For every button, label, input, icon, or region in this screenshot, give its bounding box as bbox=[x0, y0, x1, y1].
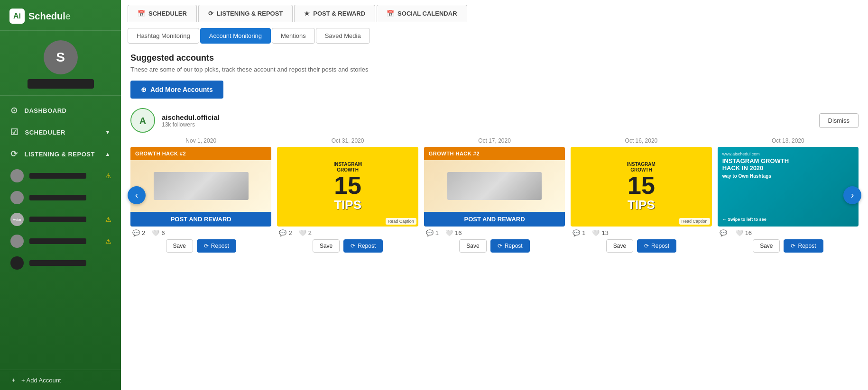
carousel-next-button[interactable]: › bbox=[843, 186, 861, 204]
sub-avatar-4 bbox=[10, 235, 24, 248]
post-date-5: Oct 13, 2020 bbox=[772, 137, 804, 144]
repost-icon-2: ⟳ bbox=[351, 243, 355, 249]
account-followers: 13k followers bbox=[162, 121, 813, 128]
post-img-title-5: INSTAGRAM GROWTHHACK IN 2020 bbox=[722, 157, 854, 172]
post-stats-3: 💬1 🤍16 bbox=[424, 229, 462, 236]
repost-button-1[interactable]: ⟳ Repost bbox=[197, 239, 236, 253]
tab-saved-media[interactable]: Saved Media bbox=[316, 28, 370, 44]
swipe-hint-5: ← Swipe to left to see bbox=[722, 217, 766, 222]
repost-button-2[interactable]: ⟳ Repost bbox=[343, 239, 383, 253]
post-date-2: Oct 31, 2020 bbox=[332, 137, 364, 144]
chevron-down-icon: ▼ bbox=[105, 129, 111, 135]
post-actions-2: Save ⟳ Repost bbox=[313, 239, 383, 253]
repost-icon-5: ⟳ bbox=[791, 243, 795, 249]
post-stats-1: 💬2 🤍6 bbox=[130, 229, 165, 236]
sub-name-1 bbox=[29, 173, 86, 179]
account-info: aischedul.official 13k followers bbox=[162, 113, 813, 128]
top-nav: 📅 SCHEDULER ⟳ LISTENING & REPOST ★ POST … bbox=[121, 0, 868, 22]
tab-scheduler[interactable]: 📅 SCHEDULER bbox=[128, 5, 197, 22]
repost-button-4[interactable]: ⟳ Repost bbox=[637, 239, 676, 253]
read-caption-4: Read Caption bbox=[679, 218, 710, 225]
post-actions-1: Save ⟳ Repost bbox=[166, 239, 236, 253]
sidebar-sub-account-1[interactable]: ⚠ bbox=[0, 165, 121, 187]
sidebar-item-label: SCHEDULER bbox=[25, 129, 65, 136]
repost-button-5[interactable]: ⟳ Repost bbox=[784, 239, 823, 253]
post-image-4: INSTAGRAMGROWTH 15 TIPS Read Caption bbox=[571, 147, 711, 227]
avatar: S bbox=[44, 40, 78, 74]
save-button-5[interactable]: Save bbox=[753, 239, 780, 253]
tab-post-reward[interactable]: ★ POST & REWARD bbox=[294, 5, 375, 22]
post-actions-5: Save ⟳ Repost bbox=[753, 239, 823, 253]
sidebar-item-label: DASHBOARD bbox=[25, 107, 67, 114]
add-account-label: + Add Account bbox=[21, 377, 61, 384]
comment-icon-3: 💬 bbox=[426, 229, 434, 236]
tab-mentions[interactable]: Mentions bbox=[272, 28, 315, 44]
ig-tips-label-2: TIPS bbox=[334, 198, 361, 212]
ig-tips-header-4: INSTAGRAMGROWTH bbox=[627, 162, 656, 173]
repost-nav-icon: ⟳ bbox=[208, 10, 213, 17]
ig-tips-num-2: 15 bbox=[334, 173, 361, 198]
comment-icon-4: 💬 bbox=[573, 229, 580, 236]
star-icon: ★ bbox=[304, 10, 310, 17]
sidebar-sub-account-4[interactable]: ⚠ bbox=[0, 230, 121, 252]
posts-carousel: ‹ Nov 1, 2020 GROWTH HACK #2 POST AND RE… bbox=[130, 137, 859, 253]
tab-listening[interactable]: ⟳ LISTENING & REPOST bbox=[198, 5, 293, 22]
mentions-tab-label: Mentions bbox=[281, 32, 306, 39]
profile-name bbox=[28, 79, 94, 89]
sidebar-profile: S bbox=[0, 31, 121, 96]
sidebar-item-scheduler[interactable]: ☑ SCHEDULER ▼ bbox=[0, 121, 121, 143]
tab-hashtag-monitoring[interactable]: Hashtag Monitoring bbox=[128, 28, 199, 44]
save-button-1[interactable]: Save bbox=[166, 239, 193, 253]
content-area: Suggested accounts These are some of our… bbox=[121, 44, 868, 390]
save-button-2[interactable]: Save bbox=[313, 239, 340, 253]
warning-icon-4: ⚠ bbox=[105, 237, 111, 245]
sidebar-item-dashboard[interactable]: ⊙ DASHBOARD bbox=[0, 100, 121, 121]
calendar-icon: 📅 bbox=[138, 10, 145, 17]
sub-name-5 bbox=[29, 260, 86, 266]
sub-name-4 bbox=[29, 238, 86, 244]
warning-icon-3: ⚠ bbox=[105, 216, 111, 223]
post-card-5: Oct 13, 2020 www.aischedul.com INSTAGRAM… bbox=[718, 137, 859, 253]
post-image-2: INSTAGRAMGROWTH 15 TIPS Read Caption bbox=[277, 147, 418, 227]
add-account-button[interactable]: ＋ + Add Account bbox=[0, 370, 121, 390]
sidebar-sub-account-3[interactable]: Avtar ⚠ bbox=[0, 209, 121, 230]
logo: Ai Schedule bbox=[0, 0, 121, 31]
dismiss-button[interactable]: Dismiss bbox=[819, 113, 859, 128]
repost-icon: ⟳ bbox=[10, 149, 18, 159]
repost-button-3[interactable]: ⟳ Repost bbox=[490, 239, 530, 253]
post-stats-5: 💬 🤍16 bbox=[718, 229, 752, 236]
save-button-4[interactable]: Save bbox=[606, 239, 633, 253]
tab-social-calendar-label: SOCIAL CALENDAR bbox=[397, 10, 457, 17]
account-tab-label: Account Monitoring bbox=[209, 32, 262, 39]
ig-tips-num-4: 15 bbox=[628, 173, 655, 198]
saved-tab-label: Saved Media bbox=[325, 32, 361, 39]
save-button-3[interactable]: Save bbox=[459, 239, 486, 253]
account-avatar: A bbox=[130, 108, 155, 133]
account-header: A aischedul.official 13k followers Dismi… bbox=[130, 108, 859, 133]
sub-avatar-5 bbox=[10, 256, 24, 270]
sidebar-sub-account-2[interactable] bbox=[0, 187, 121, 209]
tab-social-calendar[interactable]: 📅 SOCIAL CALENDAR bbox=[377, 5, 467, 22]
tab-account-monitoring[interactable]: Account Monitoring bbox=[200, 28, 271, 44]
ig-tips-header-2: INSTAGRAMGROWTH bbox=[333, 162, 362, 173]
read-caption-2: Read Caption bbox=[386, 218, 416, 225]
post-actions-4: Save ⟳ Repost bbox=[606, 239, 676, 253]
like-icon-4: 🤍 bbox=[592, 229, 600, 236]
post-date-4: Oct 16, 2020 bbox=[625, 137, 658, 144]
tab-scheduler-label: SCHEDULER bbox=[148, 10, 187, 17]
sidebar-item-listening[interactable]: ⟳ LISTENING & REPOST ▲ bbox=[0, 143, 121, 165]
plus-icon: ＋ bbox=[10, 376, 17, 384]
tab-post-reward-label: POST & REWARD bbox=[313, 10, 365, 17]
carousel-prev-button[interactable]: ‹ bbox=[128, 186, 146, 204]
suggested-accounts-subtitle: These are some of our top picks, track t… bbox=[130, 66, 859, 73]
sidebar-sub-account-5[interactable] bbox=[0, 252, 121, 274]
add-more-accounts-button[interactable]: ⊕ Add More Accounts bbox=[130, 81, 223, 99]
sidebar-nav: ⊙ DASHBOARD ☑ SCHEDULER ▼ ⟳ LISTENING & … bbox=[0, 96, 121, 370]
watermark-5: www.aischedul.com bbox=[722, 152, 854, 156]
warning-icon-1: ⚠ bbox=[105, 172, 111, 180]
account-name: aischedul.official bbox=[162, 113, 813, 121]
logo-text: Schedule bbox=[28, 11, 71, 22]
post-img-footer-3: POST AND REWARD bbox=[424, 212, 565, 227]
post-img-header-3: GROWTH HACK #2 bbox=[424, 147, 565, 160]
sub-avatar-1 bbox=[10, 169, 24, 182]
